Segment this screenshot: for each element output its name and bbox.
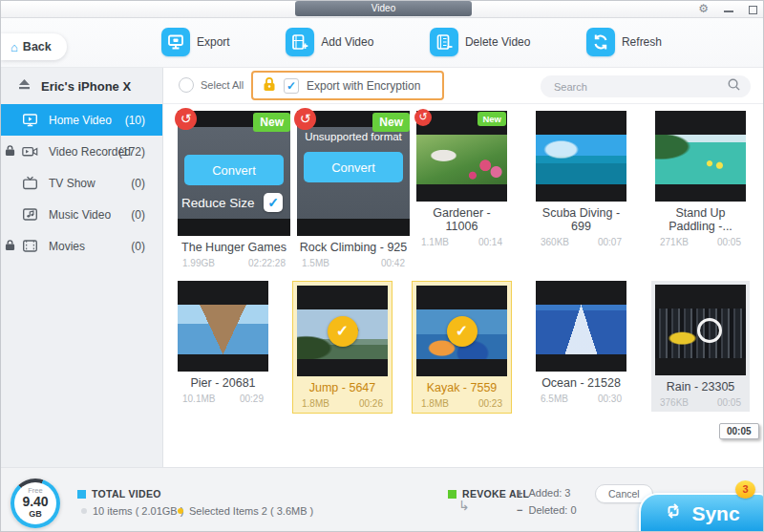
video-card[interactable]: ↺NewUnsupported formatConvertRock Climbi…	[297, 111, 416, 268]
duration-tooltip: 00:05	[719, 423, 759, 439]
video-title: Rock Climbing - 925	[297, 241, 410, 254]
undo-badge-icon[interactable]: ↺	[175, 108, 197, 130]
refresh-icon	[586, 28, 615, 56]
undo-badge-icon[interactable]: ↺	[414, 109, 432, 126]
sidebar-item-count: (0)	[131, 177, 145, 190]
sidebar-item-label: TV Show	[49, 177, 96, 190]
video-duration: 00:05	[717, 397, 741, 408]
device-header: Eric's iPhone X	[1, 68, 162, 104]
home-video-icon	[20, 112, 39, 128]
select-all-control[interactable]: Select All	[179, 77, 244, 93]
toolbar: ⌂ Back Export Add Video Delete Video	[1, 18, 763, 68]
home-icon: ⌂	[11, 40, 18, 54]
video-thumbnail[interactable]: ✓	[297, 286, 388, 376]
video-size: 1.1MB	[421, 237, 449, 247]
eject-icon[interactable]	[17, 78, 32, 94]
lock-icon	[5, 144, 15, 160]
sidebar-item-video-recorded[interactable]: Video Recorded (172)	[1, 136, 162, 167]
video-size: 376KB	[660, 397, 689, 408]
video-title: Kayak - 7559	[416, 381, 507, 394]
video-card[interactable]: Stand Up Paddling -...271KB00:05	[655, 111, 764, 268]
sidebar-item-count: (172)	[118, 145, 145, 159]
video-recorded-icon	[20, 143, 39, 160]
sidebar-item-count: (0)	[131, 208, 145, 222]
video-card[interactable]: Ocean - 215286.5MB00:30	[536, 276, 655, 414]
back-button[interactable]: ⌂ Back	[1, 33, 67, 60]
video-card[interactable]: ↺NewGardener - 110061.1MB00:14	[416, 111, 536, 268]
convert-button[interactable]: Convert	[184, 155, 284, 185]
video-card[interactable]: ✓Jump - 56471.8MB00:26	[297, 276, 416, 414]
thumbnail-image	[655, 135, 746, 184]
video-title: Scuba Diving - 699	[536, 206, 626, 233]
reduce-size-row: Reduce Size✓	[181, 193, 283, 212]
search-input[interactable]	[554, 81, 727, 93]
sync-count-badge: 3	[735, 480, 755, 499]
sidebar-item-tv-show[interactable]: TV Show (0)	[1, 167, 162, 199]
video-thumbnail[interactable]	[178, 281, 268, 372]
selected-check-icon[interactable]: ✓	[447, 316, 478, 347]
encryption-checkbox[interactable]: ✓	[284, 78, 299, 94]
video-info: 1.5MB00:42	[297, 258, 410, 268]
video-card[interactable]: Rain - 23305376KB00:05	[655, 276, 764, 414]
app-window: Video ⚙ ⌂ Back Export Add Video	[0, 0, 764, 532]
video-size: 1.5MB	[302, 258, 329, 268]
video-card[interactable]: Pier - 2068110.1MB00:29	[178, 276, 297, 414]
video-thumbnail[interactable]	[536, 281, 626, 372]
video-duration: 00:23	[478, 398, 502, 409]
add-video-label: Add Video	[321, 35, 373, 49]
video-info: 10.1MB00:29	[178, 394, 268, 404]
free-space-gauge: Free 9.40 GB	[11, 479, 60, 528]
sidebar-item-count: (10)	[125, 114, 145, 127]
search-box[interactable]	[541, 75, 751, 97]
export-button[interactable]: Export	[161, 28, 230, 56]
select-all-checkbox[interactable]	[179, 77, 194, 93]
selected-check-icon[interactable]: ✓	[328, 316, 358, 347]
settings-gear-icon[interactable]: ⚙	[698, 2, 709, 15]
video-card[interactable]: ↺NewConvertReduce Size✓The Hunger Games1…	[178, 111, 297, 268]
video-thumbnail[interactable]	[536, 111, 626, 202]
search-icon[interactable]	[727, 77, 741, 96]
video-duration: 00:30	[598, 394, 622, 404]
hovered-card-wrapper[interactable]: Rain - 23305376KB00:05	[651, 281, 750, 412]
thumbnail-image	[416, 135, 507, 184]
video-duration: 00:14	[478, 237, 502, 247]
video-row: Pier - 2068110.1MB00:29✓Jump - 56471.8MB…	[178, 276, 764, 414]
tv-show-icon	[20, 175, 39, 191]
selected-card-wrapper[interactable]: ✓Jump - 56471.8MB00:26	[292, 281, 393, 414]
video-size: 1.8MB	[421, 398, 449, 409]
sidebar-item-label: Movies	[49, 240, 85, 253]
convert-card: ↺NewConvertReduce Size✓	[178, 111, 290, 236]
video-title: Ocean - 21528	[536, 376, 626, 390]
undo-badge-icon[interactable]: ↺	[294, 108, 316, 130]
video-thumbnail[interactable]: ↺New	[416, 111, 507, 202]
video-thumbnail[interactable]	[655, 285, 746, 375]
convert-button[interactable]: Convert	[304, 152, 403, 182]
thumbnail-image	[536, 135, 626, 184]
video-info: 271KB00:05	[655, 237, 746, 247]
window-tab-video[interactable]: Video	[295, 1, 472, 16]
sidebar-item-movies[interactable]: Movies (0)	[1, 230, 162, 262]
video-size: 1.8MB	[302, 398, 329, 409]
video-card[interactable]: ✓Kayak - 75591.8MB00:23	[416, 276, 536, 414]
maximize-button[interactable]	[749, 6, 757, 14]
selected-summary: Selected Items 2 ( 3.6MB )	[189, 505, 313, 517]
selected-card-wrapper[interactable]: ✓Kayak - 75591.8MB00:23	[412, 281, 512, 414]
new-badge: New	[478, 112, 506, 126]
minimize-button[interactable]	[724, 11, 733, 12]
refresh-button[interactable]: Refresh	[586, 28, 662, 56]
delete-video-button[interactable]: Delete Video	[430, 28, 531, 56]
reduce-size-checkbox[interactable]: ✓	[264, 193, 283, 212]
sync-button[interactable]: Sync	[639, 493, 763, 532]
video-thumbnail[interactable]: ✓	[416, 286, 507, 376]
video-title: The Hunger Games	[178, 241, 290, 254]
add-video-icon	[286, 28, 314, 56]
video-thumbnail[interactable]	[655, 111, 746, 202]
add-video-button[interactable]: Add Video	[286, 28, 373, 56]
new-badge: New	[253, 113, 290, 132]
video-card[interactable]: Scuba Diving - 699360KB00:07	[536, 111, 655, 268]
total-video-label: TOTAL VIDEO	[92, 488, 161, 500]
video-title: Pier - 20681	[178, 376, 268, 390]
sidebar-item-home-video[interactable]: Home Video (10)	[1, 104, 162, 136]
export-with-encryption-box[interactable]: ✓ Export with Encryption	[251, 71, 444, 100]
sidebar-item-music-video[interactable]: Music Video (0)	[1, 199, 162, 230]
